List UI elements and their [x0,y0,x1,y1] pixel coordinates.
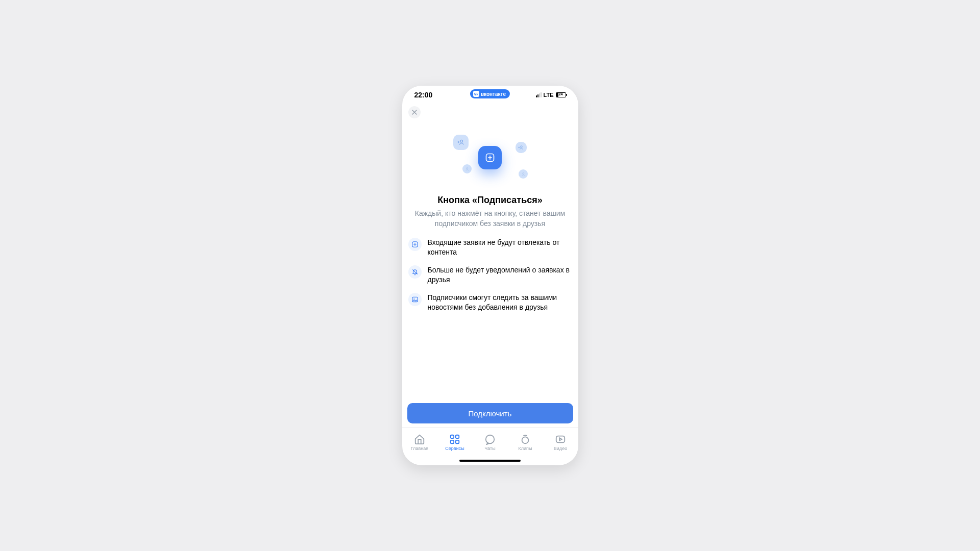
network-label: LTE [544,92,554,98]
status-right: LTE 24 [536,92,566,98]
chat-icon [484,434,496,445]
modal-header [402,104,578,120]
plus-tile-icon [478,146,502,169]
status-time: 22:00 [414,91,433,99]
add-user-icon [519,169,528,179]
feature-item: Подписчики смогут следить за вашими ново… [408,293,572,312]
services-icon [449,434,460,445]
add-user-icon [462,164,472,173]
svg-point-12 [486,435,495,443]
close-button[interactable] [408,106,421,118]
tab-label: Чаты [484,446,495,451]
video-icon [555,434,566,445]
plus-square-icon [408,238,422,251]
svg-point-0 [460,140,462,142]
feature-text: Подписчики смогут следить за вашими ново… [428,293,572,312]
vk-app-pill: vк вконтакте [470,89,510,98]
status-bar: 22:00 vк вконтакте LTE 24 [402,86,578,104]
tab-home[interactable]: Главная [402,428,437,456]
tab-chats[interactable]: Чаты [473,428,508,456]
phone-frame: 22:00 vк вконтакте LTE 24 [402,86,578,465]
svg-rect-9 [456,435,459,438]
feature-item: Больше не будет уведомлений о заявках в … [408,265,572,285]
feature-list: Входящие заявки не будут отвлекать от ко… [402,238,578,312]
tab-label: Главная [411,446,428,451]
feature-text: Входящие заявки не будут отвлекать от ко… [428,238,572,257]
svg-point-2 [467,167,468,169]
vk-logo-icon: vк [473,91,479,97]
svg-point-3 [523,172,524,174]
add-user-icon [516,142,527,153]
tab-label: Сервисы [445,446,464,451]
tab-bar: Главная Сервисы Чаты Клипы Видео [402,428,578,456]
svg-point-13 [522,437,529,443]
svg-point-1 [521,145,523,147]
tab-label: Клипы [519,446,532,451]
tab-video[interactable]: Видео [543,428,578,456]
page-title: Кнопка «Подписаться» [402,191,578,209]
close-icon [411,109,418,115]
svg-point-7 [413,298,414,299]
vk-pill-label: вконтакте [481,91,506,97]
tab-clips[interactable]: Клипы [508,428,543,456]
feature-text: Больше не будет уведомлений о заявках в … [428,265,572,285]
battery-icon: 24 [556,92,566,97]
add-user-icon [453,135,469,150]
svg-rect-14 [556,436,565,442]
hero-illustration [402,124,578,191]
svg-rect-11 [456,440,459,443]
battery-percent: 24 [556,92,566,96]
svg-rect-8 [451,435,454,438]
image-icon [408,293,422,306]
bell-off-icon [408,265,422,279]
home-icon [414,434,425,445]
home-indicator [402,456,578,465]
tab-label: Видео [554,446,567,451]
tab-services[interactable]: Сервисы [437,428,473,456]
signal-icon [536,92,542,97]
page-subtitle: Каждый, кто нажмёт на кнопку, станет ваш… [402,209,578,238]
svg-rect-10 [451,440,454,443]
feature-item: Входящие заявки не будут отвлекать от ко… [408,238,572,257]
connect-button-label: Подключить [469,409,512,418]
clips-icon [520,434,531,445]
connect-button[interactable]: Подключить [407,403,573,423]
